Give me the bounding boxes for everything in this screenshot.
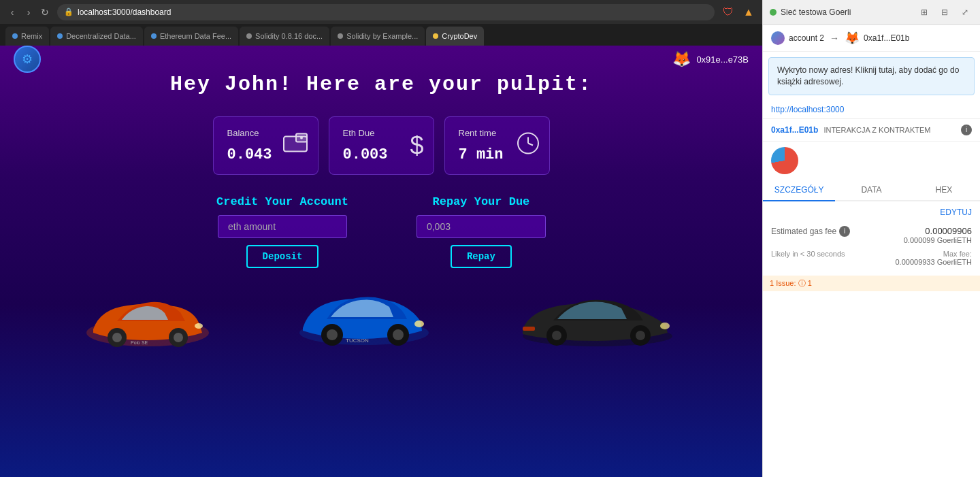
svg-rect-26 [523,327,535,331]
gas-fee-row: Estimated gas fee i 0.00009906 0.000099 … [771,226,972,244]
eth-due-value: 0.003 [343,146,420,163]
tab-dot [246,33,252,39]
main-content: ⚙ 🦊 0x91e...e73B Hey John! Here are your… [0,46,762,477]
network-label: Sieć testowa Goerli [781,7,851,17]
credit-title: Credit Your Account [216,195,348,208]
eth-due-label: Eth Due [343,128,420,138]
gas-info-icon[interactable]: i [839,226,850,237]
tab-solidity-doc[interactable]: Solidity 0.8.16 doc... [240,27,329,46]
arrow-right-icon: → [830,33,839,44]
car-blue: TUCSON [293,282,436,350]
panel-topbar-icons: ⊞ ⊟ ⤢ [916,4,973,20]
panel-icon-1[interactable]: ⊞ [916,4,932,20]
tab-cryptodev[interactable]: CryptoDev [426,27,484,46]
wallet-icon [284,133,308,159]
contract-info: 0xa1f...E01b INTERAKCJA Z KONTRAKTEM [771,125,930,135]
page-headline: Hey John! Here are your pulpit: [0,73,762,96]
metamask-panel: Sieć testowa Goerli ⊞ ⊟ ⤢ account 2 → 🦊 … [762,0,980,477]
dollar-icon: $ [410,131,423,160]
issue-text: 1 Issue: ⓘ 1 [770,279,812,287]
repay-button[interactable]: Repay [451,245,512,268]
tab-label: Remix [21,32,42,40]
tab-dot [433,33,438,39]
lock-icon: 🔒 [64,7,74,16]
cars-row: Polo SE TUCSON [0,282,762,350]
panel-accounts-row: account 2 → 🦊 0xa1f...E01b [763,25,980,52]
clock-icon [517,132,540,160]
brave-shield-icon[interactable]: 🛡 [720,4,736,20]
metamask-area: 🦊 0x91e...e73B [672,50,749,68]
browser-icons: 🛡 ▲ [720,4,757,20]
svg-line-5 [528,144,533,146]
gas-fee-values: 0.00009906 0.000099 GoerliETH [904,226,972,244]
repay-amount-input[interactable] [416,215,546,238]
panel-pie-chart [763,142,980,180]
rent-time-card: Rent time 7 min [444,116,550,175]
contract-type-label: INTERAKCJA Z KONTRAKTEM [823,126,930,134]
tab-hex[interactable]: HEX [908,180,980,201]
tab-dot [151,33,157,39]
tabs-bar: Remix Decentralized Data... Ethereum Dat… [0,24,762,46]
svg-point-10 [174,333,183,342]
panel-edit-area: EDYTUJ [763,201,980,222]
panel-tabs: SZCZEGÓŁY DATA HEX [763,180,980,201]
tooltip-text: Wykryto nowy adres! Kliknij tutaj, aby d… [777,65,959,86]
gas-fee-goerli: 0.000099 GoerliETH [904,236,972,244]
gas-fee-label: Estimated gas fee i [771,226,850,237]
panel-icon-3[interactable]: ⤢ [957,4,973,20]
tab-ethereum[interactable]: Ethereum Data Fee... [144,27,238,46]
car-black [512,285,683,350]
tab-remix[interactable]: Remix [5,27,49,46]
tab-label: Decentralized Data... [66,32,136,40]
brave-rewards-icon[interactable]: ▲ [740,4,757,20]
account-name: account 2 [789,33,824,43]
max-fee-values: Max fee: 0.00009933 GoerliETH [895,250,972,266]
page-header: ⚙ 🦊 0x91e...e73B [0,46,762,73]
fox-icon: 🦊 [845,31,860,46]
gas-fee-eth: 0.00009906 [904,226,972,236]
panel-contract-row: 0xa1f...E01b INTERAKCJA Z KONTRAKTEM i [763,119,980,142]
issue-bar: 1 Issue: ⓘ 1 [763,276,980,291]
tab-solidity-example[interactable]: Solidity by Example... [331,27,425,46]
svg-text:TUCSON: TUCSON [346,338,369,344]
tab-dot [338,33,343,39]
info-icon[interactable]: i [961,125,972,135]
car-orange: Polo SE [80,289,216,350]
tab-decentralized[interactable]: Decentralized Data... [50,27,143,46]
eth-amount-input[interactable] [218,215,347,238]
tab-szczegoly[interactable]: SZCZEGÓŁY [763,180,835,201]
tab-label: CryptoDev [442,32,477,40]
forward-button[interactable]: › [22,5,35,19]
max-fee-value: 0.00009933 GoerliETH [895,258,972,266]
reload-button[interactable]: ↻ [38,5,52,19]
credit-section: Credit Your Account Deposit [216,195,348,268]
max-fee-label: Max fee: [895,250,972,258]
pie-chart-visual [771,147,798,174]
wallet-address: 0x91e...e73B [696,54,749,65]
svg-point-17 [393,329,404,340]
contract-wallet-addr: 0xa1f...E01b [864,33,909,43]
account-avatar [771,31,785,45]
metamask-fox-icon: 🦊 [672,50,691,68]
svg-point-15 [327,329,338,340]
panel-topbar: Sieć testowa Goerli ⊞ ⊟ ⤢ [763,0,980,25]
back-button[interactable]: ‹ [5,5,19,19]
deposit-button[interactable]: Deposit [246,245,319,268]
repay-section: Repay Your Due Repay [416,195,546,268]
tab-label: Ethereum Data Fee... [160,32,231,40]
panel-network: Sieć testowa Goerli [770,7,851,17]
svg-point-22 [552,331,561,340]
logo: ⚙ [14,46,41,73]
panel-tooltip[interactable]: Wykryto nowy adres! Kliknij tutaj, aby d… [768,57,975,95]
contract-account-entry: 🦊 0xa1f...E01b [845,31,909,46]
nav-buttons: ‹ › ↻ [5,5,52,19]
repay-title: Repay Your Due [433,195,530,208]
logo-icon: ⚙ [22,52,33,67]
panel-icon-2[interactable]: ⊟ [936,4,953,20]
edit-button[interactable]: EDYTUJ [940,208,972,217]
tab-dot [12,33,18,39]
tab-data[interactable]: DATA [835,180,907,201]
gas-section: Estimated gas fee i 0.00009906 0.000099 … [763,222,980,276]
likely-label: Likely in < 30 seconds [771,250,845,258]
address-bar[interactable]: 🔒 localhost:3000/dashboard [57,4,715,20]
